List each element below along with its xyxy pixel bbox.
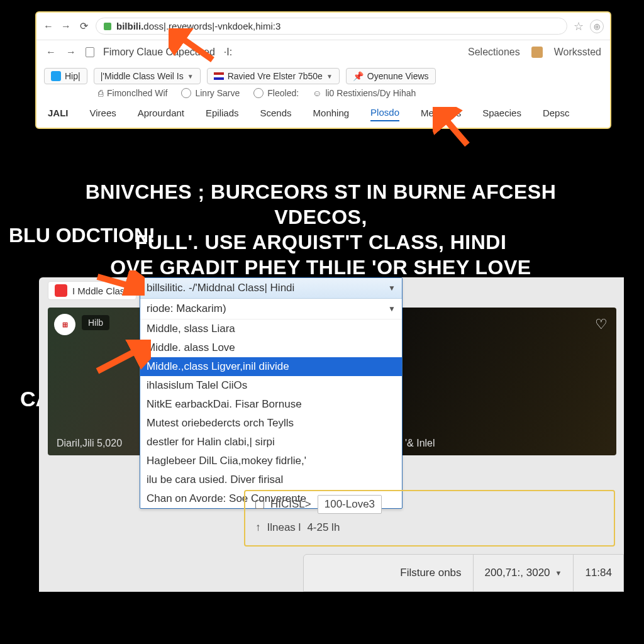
bottom-filter[interactable]: Filsture onbs <box>389 555 461 591</box>
dropdown-input[interactable]: billsilitic. -/'Middnal Class| Hindi ▼ <box>140 278 402 299</box>
tab-aprourdant[interactable]: Aprourdant <box>138 108 184 121</box>
subtool-restixiens[interactable]: ☺li0 Restixiens/Dy Hihah <box>313 88 416 98</box>
reload-icon[interactable]: ⟳ <box>78 21 89 32</box>
dropdown-list: Middle, slass LiaraMiddle. alass LoveMid… <box>140 319 402 508</box>
toolbar-middle-class[interactable]: |'Middle Class Weil Is▼ <box>94 68 201 84</box>
tab-virees[interactable]: Virees <box>90 108 116 121</box>
heart-icon[interactable]: ♡ <box>595 316 608 333</box>
tab-monhing[interactable]: Monhing <box>313 108 350 121</box>
svg-line-3 <box>97 347 143 371</box>
twitter-icon <box>51 71 61 81</box>
extension-icon[interactable]: ◎ <box>590 19 604 33</box>
annotation-arrow-icon <box>169 28 219 66</box>
speaker-icon[interactable] <box>531 47 543 58</box>
chevron-down-icon: ▼ <box>187 73 194 80</box>
info-box: HICISL> 100-Love3 ↑ Ilneas l 4-25 lh <box>244 490 615 547</box>
subtool-linry[interactable]: Linry Sarve <box>181 88 240 98</box>
dropdown-item[interactable]: Haglebeer DilL Ciia,mokey fidrlie,' <box>140 452 402 470</box>
tab-epiliads[interactable]: Epiliads <box>206 108 239 121</box>
tab-scends[interactable]: Scends <box>260 108 292 121</box>
toolbar-views[interactable]: 📌Oyenune Views <box>346 68 436 84</box>
browser-window: ← → ⟳ bilbili.doss|.reyewords|-vnkdoek,h… <box>35 11 611 129</box>
video-panel: I Mddle Class ⊞ Hilb Diaril,Jili 5,020 I… <box>39 277 624 592</box>
svg-line-0 <box>175 33 213 60</box>
annotation-arrow-icon <box>94 340 151 377</box>
right-links: Selectiones Workssted <box>468 47 601 58</box>
svg-line-1 <box>440 113 467 145</box>
bookmark-forward-icon[interactable]: → <box>65 47 77 58</box>
tab-jali[interactable]: JALI <box>48 108 69 121</box>
info-row-1: HICISL> 100-Love3 <box>245 491 614 518</box>
toolbar-ravied[interactable]: Ravied Vre Elster 7b50e▼ <box>207 68 340 84</box>
dropdown-item[interactable]: Middle, slass Liara <box>140 319 402 338</box>
dropdown-item[interactable]: Middle. alass Love <box>140 338 402 357</box>
annotation-arrow-icon <box>433 107 477 151</box>
chevron-down-icon: ▼ <box>326 73 333 80</box>
dropdown-item[interactable]: ilu be cara usied. Diver firisal <box>140 470 402 489</box>
info-field-plain: 4-25 lh <box>307 521 340 534</box>
bottom-date[interactable]: 200,71:, 3020▼ <box>473 555 562 591</box>
forward-icon[interactable]: → <box>60 21 72 32</box>
link-selectiones[interactable]: Selectiones <box>468 47 520 58</box>
pin-icon: 📌 <box>353 71 364 81</box>
flag-icon <box>214 72 224 80</box>
page-title-suffix: ·I: <box>224 47 232 58</box>
dropdown-item[interactable]: ihlasislum Talel CiiOs <box>140 376 402 395</box>
site-logo-icon <box>55 284 67 297</box>
record-icon <box>181 88 191 98</box>
url-bar[interactable]: bilbili.doss|.reyewords|-vnkdoek,himi:3 <box>96 18 567 35</box>
info-row-2: ↑ Ilneas l 4-25 lh <box>245 518 614 538</box>
subtool-fimonched[interactable]: ⎙Fimonclhed Wif <box>98 88 167 98</box>
dropdown-item[interactable]: NitkE earbackDai. Fisar Bornuse <box>140 395 402 414</box>
bookmark-back-icon[interactable]: ← <box>45 47 57 58</box>
search-dropdown: billsilitic. -/'Middnal Class| Hindi ▼ r… <box>140 277 402 509</box>
info-label: HICISL> <box>270 498 311 511</box>
back-icon[interactable]: ← <box>43 21 54 32</box>
video-chip: Hilb <box>82 315 109 330</box>
address-bar-row: ← → ⟳ bilbili.doss|.reyewords|-vnkdoek,h… <box>36 13 610 40</box>
dropdown-item[interactable]: destler for Halin clabi,| sirpi <box>140 433 402 452</box>
text-icon <box>255 500 264 509</box>
page-icon <box>86 47 94 57</box>
info-label: Ilneas l <box>267 521 301 534</box>
reload-icon <box>253 88 264 98</box>
dropdown-item[interactable]: Middle.,class Ligver,inil diivide <box>140 357 402 376</box>
nav-tabs: JALI Virees Aprourdant Epiliads Scends M… <box>36 104 610 128</box>
dropdown-subheader[interactable]: riode: Mackarim) ▼ <box>140 299 402 319</box>
toolbar-hip[interactable]: Hip| <box>44 68 87 84</box>
upload-icon: ↑ <box>255 521 261 534</box>
dropdown-item[interactable]: Mutest oriebedercts orch Teylls <box>140 414 402 433</box>
channel-badge-icon: ⊞ <box>54 314 75 335</box>
svg-line-2 <box>97 277 137 288</box>
tab-plosdo[interactable]: Plosdo <box>370 107 399 121</box>
annotation-arrow-icon <box>94 270 145 296</box>
bottom-bar: Filsture onbs 200,71:, 3020▼ 11:84 <box>303 554 624 592</box>
bookmark-star-icon[interactable]: ☆ <box>574 19 584 33</box>
toolbar-row: Hip| |'Middle Class Weil Is▼ Ravied Vre … <box>36 64 610 88</box>
info-field[interactable]: 100-Love3 <box>318 495 382 514</box>
bottom-time: 11:84 <box>573 555 612 591</box>
label-blu-odction: BLU ODCTION! <box>9 225 155 247</box>
tab-depsc[interactable]: Depsc <box>543 108 570 121</box>
chevron-down-icon: ▼ <box>555 569 562 577</box>
chevron-down-icon: ▼ <box>388 304 396 313</box>
subtool-fleoled[interactable]: Fleoled: <box>253 88 299 98</box>
link-worksted[interactable]: Workssted <box>554 47 601 58</box>
tab-spaecies[interactable]: Spaecies <box>482 108 521 121</box>
chevron-down-icon: ▼ <box>388 284 396 292</box>
lock-icon <box>104 23 111 30</box>
bookmarks-bar: ← → Fimory Claue Capecured ·I: Selection… <box>36 40 610 64</box>
subtoolbar-row: ⎙Fimonclhed Wif Linry Sarve Fleoled: ☺li… <box>36 88 610 104</box>
